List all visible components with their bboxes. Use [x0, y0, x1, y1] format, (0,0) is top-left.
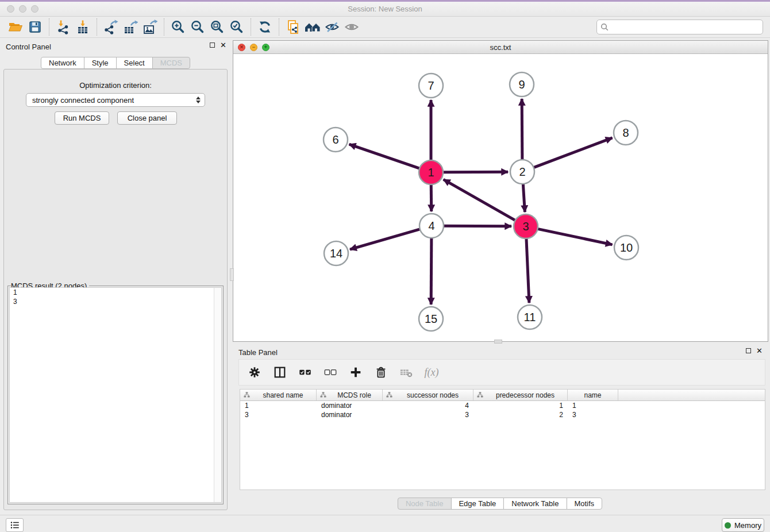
edge-1-6[interactable]	[349, 144, 419, 168]
edge-3-1[interactable]	[444, 179, 515, 220]
zoom-in-icon[interactable]	[168, 18, 188, 36]
table-panel-title: Table Panel	[238, 348, 278, 357]
column-header-shared-name[interactable]: shared name	[240, 390, 317, 400]
tab-node-table[interactable]: Node Table	[398, 498, 452, 510]
table-cell: 4	[383, 402, 473, 410]
show-all-icon[interactable]	[342, 18, 361, 36]
table-cell: 2	[473, 411, 568, 419]
deselect-all-columns-icon[interactable]	[322, 364, 339, 381]
open-session-icon[interactable]	[6, 18, 25, 36]
vertical-splitter-handle[interactable]	[230, 268, 234, 281]
network-view-window: ✕ − + scc.txt 7968124314101511	[233, 40, 768, 342]
close-table-panel-icon[interactable]: ✕	[756, 348, 763, 353]
tab-style[interactable]: Style	[84, 57, 117, 69]
export-image-icon[interactable]	[140, 18, 160, 36]
export-network-icon[interactable]	[101, 18, 121, 36]
toolbar-separator	[279, 18, 279, 36]
graph-node-4[interactable]: 4	[419, 214, 444, 238]
run-mcds-button[interactable]: Run MCDS	[55, 111, 109, 125]
float-panel-icon[interactable]	[210, 43, 215, 48]
table-toolbar: f(x)	[238, 359, 765, 385]
import-table-icon[interactable]	[73, 18, 93, 36]
task-history-button[interactable]	[6, 518, 24, 532]
tab-mcds[interactable]: MCDS	[152, 57, 190, 69]
tab-network-table[interactable]: Network Table	[503, 498, 567, 510]
graph-node-2[interactable]: 2	[510, 160, 534, 184]
edge-3-11[interactable]	[526, 238, 529, 303]
close-panel-icon[interactable]: ✕	[220, 43, 226, 48]
graph-node-1[interactable]: 1	[419, 160, 443, 184]
new-network-from-selection-icon[interactable]	[283, 18, 303, 36]
close-panel-button[interactable]: Close panel	[117, 111, 177, 125]
table-row[interactable]: 3dominator323	[240, 410, 765, 419]
table-cell: 1	[568, 402, 618, 410]
tab-select[interactable]: Select	[116, 57, 153, 69]
graph-node-3[interactable]: 3	[514, 214, 538, 238]
select-all-columns-icon[interactable]	[297, 364, 314, 381]
svg-text:1: 1	[428, 166, 434, 179]
edge-4-14[interactable]	[350, 229, 420, 249]
mcds-result-group: MCDS result (2 nodes) 13	[7, 286, 224, 504]
edge-1-4[interactable]	[431, 184, 432, 211]
table-cell: 3	[240, 411, 317, 419]
network-canvas[interactable]: 7968124314101511	[233, 54, 768, 341]
horizontal-splitter-handle[interactable]	[494, 340, 502, 344]
result-scrollbar[interactable]	[214, 288, 221, 502]
gear-icon[interactable]	[246, 364, 263, 381]
criterion-select[interactable]: strongly connected component	[26, 93, 205, 107]
edge-2-8[interactable]	[534, 138, 613, 168]
edge-1-2[interactable]	[443, 172, 508, 172]
svg-text:7: 7	[428, 79, 434, 92]
edge-4-3[interactable]	[444, 226, 511, 226]
svg-text:2: 2	[519, 165, 525, 178]
tab-motifs[interactable]: Motifs	[566, 498, 602, 510]
save-session-icon[interactable]	[25, 18, 45, 36]
result-item[interactable]: 1	[10, 288, 221, 297]
criterion-value: strongly connected component	[32, 96, 134, 105]
edge-3-10[interactable]	[538, 229, 613, 244]
mcds-tab-panel: Optimization criterion: strongly connect…	[3, 69, 228, 510]
graph-node-7[interactable]: 7	[419, 74, 443, 98]
control-panel-tabs: NetworkStyleSelectMCDS	[41, 57, 190, 69]
graph-node-14[interactable]: 14	[324, 241, 348, 265]
column-view-icon[interactable]	[271, 364, 288, 381]
graph-node-11[interactable]: 11	[518, 305, 542, 329]
export-table-icon[interactable]	[121, 18, 140, 36]
import-network-icon[interactable]	[53, 18, 73, 36]
graph-node-6[interactable]: 6	[324, 128, 348, 152]
column-header-predecessor-nodes[interactable]: predecessor nodes	[473, 390, 568, 400]
graph-node-8[interactable]: 8	[614, 121, 638, 145]
svg-text:14: 14	[330, 247, 342, 260]
result-item[interactable]: 3	[10, 297, 221, 306]
table-row[interactable]: 1dominator411	[240, 401, 765, 410]
zoom-selected-icon[interactable]	[227, 18, 247, 36]
edge-2-9[interactable]	[522, 99, 522, 160]
node-table-body: 1dominator4113dominator323	[240, 401, 765, 419]
hide-selected-icon[interactable]	[322, 18, 342, 36]
search-input[interactable]	[596, 20, 763, 34]
toolbar-separator	[97, 18, 97, 36]
zoom-out-icon[interactable]	[188, 18, 207, 36]
add-column-icon[interactable]	[347, 364, 364, 381]
graph-node-15[interactable]: 15	[419, 307, 443, 331]
window-title: Session: New Session	[0, 5, 770, 13]
column-header-successor-nodes[interactable]: successor nodes	[383, 390, 473, 400]
column-header-MCDS-role[interactable]: MCDS role	[317, 390, 383, 400]
network-graph[interactable]: 7968124314101511	[233, 54, 768, 341]
float-table-panel-icon[interactable]	[746, 348, 751, 353]
memory-label: Memory	[734, 521, 761, 530]
memory-button[interactable]: Memory	[722, 518, 764, 532]
delete-column-icon[interactable]	[372, 364, 390, 381]
edge-2-3[interactable]	[523, 184, 525, 212]
toolbar-separator	[251, 18, 251, 36]
graph-node-9[interactable]: 9	[510, 72, 534, 97]
first-neighbors-icon[interactable]	[303, 18, 322, 36]
column-header-name[interactable]: name	[568, 390, 618, 400]
zoom-fit-icon[interactable]	[207, 18, 227, 36]
graph-node-10[interactable]: 10	[614, 236, 638, 260]
tab-edge-table[interactable]: Edge Table	[451, 498, 504, 510]
apply-layout-icon[interactable]	[255, 18, 275, 36]
tab-network[interactable]: Network	[41, 57, 84, 69]
edge-4-15[interactable]	[431, 238, 432, 304]
network-window-titlebar[interactable]: ✕ − + scc.txt	[233, 41, 768, 54]
